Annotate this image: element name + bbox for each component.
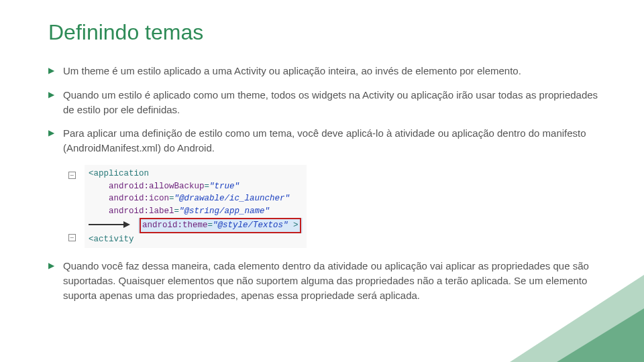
fold-icon: − [68, 172, 76, 179]
code-text: "@string/app_name" [179, 206, 270, 216]
bullet-item: Quando um estilo é aplicado como um them… [48, 88, 604, 117]
code-text: android:label [109, 206, 174, 216]
code-text: "true" [209, 182, 239, 191]
code-block: <application android:allowBackup="true" … [85, 165, 307, 249]
bullet-item: Um theme é um estilo aplicado a uma Acti… [48, 64, 604, 78]
code-text: "@drawable/ic_launcher" [174, 194, 290, 203]
arrow-icon [89, 219, 134, 232]
decorative-corner [557, 308, 644, 362]
code-text: android:icon [109, 194, 169, 203]
code-text: android:allowBackup [109, 182, 205, 191]
fold-icon: − [68, 234, 76, 241]
code-text: <application [89, 169, 149, 178]
svg-marker-1 [123, 221, 130, 228]
bullet-item: Para aplicar uma definição de estilo com… [48, 126, 604, 156]
highlighted-code: android:theme="@style/Textos" > [140, 218, 301, 233]
code-gutter: − − [63, 172, 80, 241]
code-text: <activity [89, 235, 134, 244]
page-title: Definindo temas [48, 20, 604, 45]
slide: Definindo temas Um theme é um estilo apl… [0, 0, 644, 362]
code-snippet: − − <application android:allowBackup="tr… [63, 165, 604, 249]
bullet-list: Um theme é um estilo aplicado a uma Acti… [48, 64, 604, 156]
